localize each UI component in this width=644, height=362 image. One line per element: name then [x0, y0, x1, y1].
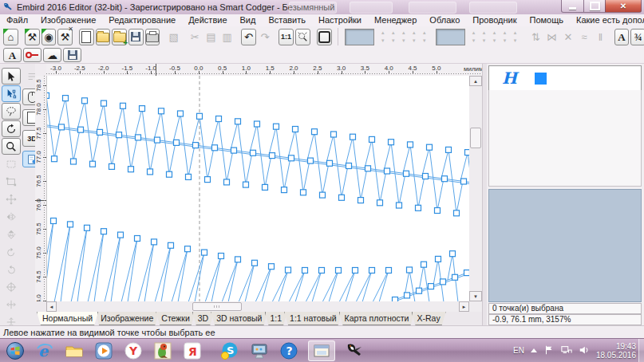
- tab-1-1[interactable]: 1:1: [265, 312, 288, 325]
- tab-image[interactable]: Изображение: [95, 312, 159, 325]
- insert-letter-button[interactable]: A: [3, 48, 22, 62]
- split-object-icon: ✕: [561, 29, 575, 45]
- lettering-a-button[interactable]: A: [614, 29, 630, 45]
- embird-window-button[interactable]: [308, 340, 335, 361]
- background-window-ghost: [350, 2, 393, 14]
- horizontal-ruler: -3.0-2.5-2.0-1.5-1.0-0.50.00.51.01.52.02…: [46, 64, 487, 77]
- density-bars-icon: ‖: [593, 29, 607, 45]
- menu-item-action[interactable]: Действие: [182, 14, 233, 26]
- ruler-tick: [151, 71, 152, 74]
- scroll-up-button[interactable]: ▲: [469, 76, 482, 86]
- media-player-taskbar-icon[interactable]: [93, 340, 114, 361]
- zoom-to-fit-button[interactable]: [295, 29, 310, 45]
- windows-explorer-taskbar-icon[interactable]: [64, 340, 85, 361]
- menu-item-settings[interactable]: Настройки: [312, 14, 368, 26]
- internet-explorer-taskbar-icon[interactable]: e: [34, 340, 55, 361]
- lasso-tool[interactable]: [2, 103, 21, 120]
- password-key-button[interactable]: [23, 48, 41, 62]
- vertical-scrollbar[interactable]: [469, 86, 482, 291]
- tab-density-map[interactable]: Карта плотности: [339, 312, 415, 325]
- yandex-taskbar-icon[interactable]: Я: [182, 340, 203, 361]
- vertical-scroll-thumb[interactable]: [470, 128, 481, 148]
- yandex-browser-taskbar-icon[interactable]: Y: [123, 340, 144, 361]
- save-icon: [131, 32, 140, 41]
- scrollbar-corner: [469, 301, 482, 312]
- menu-item-manager[interactable]: Менеджер: [368, 14, 423, 26]
- save-button[interactable]: [128, 29, 144, 45]
- ruler-label: 74.5: [35, 269, 43, 285]
- menu-item-cloud[interactable]: Облако: [423, 14, 466, 26]
- tab-normal[interactable]: Нормальный: [37, 312, 98, 325]
- menu-item-file[interactable]: Файл: [0, 14, 34, 26]
- embird-bird-taskbar-icon[interactable]: [344, 340, 365, 361]
- thread-list-area[interactable]: [488, 90, 642, 187]
- hidden-icons-button[interactable]: [531, 348, 537, 352]
- tab-3d[interactable]: 3D: [192, 312, 214, 325]
- new-file-button[interactable]: [79, 29, 94, 45]
- rotate-tool[interactable]: [2, 120, 21, 137]
- embird-manager-button[interactable]: ⌂: [3, 29, 18, 45]
- undo-button[interactable]: ↶: [241, 29, 256, 45]
- show-desktop-button[interactable]: [638, 339, 644, 362]
- language-indicator[interactable]: EN: [513, 346, 524, 355]
- thread-color-swatch[interactable]: [535, 73, 547, 85]
- parrot-app-taskbar-icon[interactable]: [152, 340, 173, 361]
- clock[interactable]: 19:43 18.05.2016: [596, 342, 636, 360]
- balloon-select-button[interactable]: ☁: [43, 48, 61, 62]
- ruler-label: 77.5: [35, 125, 43, 141]
- help-taskbar-icon[interactable]: ?: [279, 340, 299, 361]
- thread-color-swatch-1[interactable]: [345, 29, 374, 45]
- maximize-button[interactable]: [584, 0, 605, 13]
- tab-3d-matte[interactable]: 3D натовый: [211, 312, 267, 325]
- tab-stitches[interactable]: Стежки: [156, 312, 195, 325]
- ruler-tick: [175, 71, 176, 74]
- menu-item-view[interactable]: Вид: [234, 14, 263, 26]
- stitch-select-tool[interactable]: [2, 85, 21, 102]
- network-icon[interactable]: [561, 344, 572, 357]
- quick-save-icon: [68, 50, 77, 60]
- window-controls: [561, 0, 642, 13]
- menu-item-help[interactable]: Помощь: [523, 14, 571, 26]
- menu-item-explorer[interactable]: Проводник: [466, 14, 523, 26]
- editor-button[interactable]: ⚒: [25, 29, 40, 45]
- select-tool[interactable]: [2, 68, 21, 85]
- start-button[interactable]: [5, 340, 26, 361]
- minimize-button[interactable]: [561, 0, 584, 13]
- three-quarters-button[interactable]: ¾: [630, 29, 644, 45]
- thread-list-item[interactable]: H: [488, 65, 642, 91]
- studio-button[interactable]: ◉: [41, 29, 57, 45]
- open-file-button[interactable]: [96, 29, 111, 45]
- align-arrow-icon: ▾: [419, 37, 429, 45]
- menu-item-edit[interactable]: Редактирование: [102, 14, 182, 26]
- ruler-label: 75.5: [35, 221, 43, 237]
- merge-file-button[interactable]: +: [112, 29, 127, 45]
- font-engine-button[interactable]: ⚒✕: [57, 29, 73, 45]
- design-canvas[interactable]: [46, 76, 469, 301]
- align-arrow-icon: ▴: [468, 29, 479, 37]
- zoom-1-1-button[interactable]: 1:1: [279, 29, 294, 45]
- scroll-left-button[interactable]: ◄: [46, 301, 57, 312]
- hoop-button[interactable]: [317, 29, 332, 45]
- zoom-tool[interactable]: [2, 138, 21, 155]
- scroll-right-button[interactable]: ►: [459, 301, 469, 312]
- menu-item-insert[interactable]: Вставить: [262, 14, 312, 26]
- display-settings-taskbar-icon[interactable]: [249, 340, 270, 361]
- thread-color-swatch-2[interactable]: [436, 29, 465, 45]
- menu-item-addons[interactable]: Какие есть дополнения: [570, 14, 644, 26]
- align-arrow-icon: ▴: [419, 29, 429, 37]
- ruler-cursor-marker: [156, 64, 156, 76]
- print-button[interactable]: [145, 29, 160, 45]
- horizontal-scroll-thumb[interactable]: [192, 302, 242, 311]
- action-center-flag-icon[interactable]: [543, 344, 555, 357]
- tab-x-ray[interactable]: X-Ray: [412, 312, 446, 325]
- quick-save-button[interactable]: [63, 48, 81, 62]
- tab-1-1-matte[interactable]: 1:1 натовый: [284, 312, 342, 325]
- scroll-down-button[interactable]: ▼: [469, 291, 482, 301]
- menu-item-image[interactable]: Изображение: [34, 14, 102, 26]
- ruler-tick: [80, 71, 81, 74]
- close-button[interactable]: [605, 0, 642, 13]
- horizontal-scrollbar[interactable]: [57, 301, 459, 312]
- align-arrow-icon: ▾: [510, 37, 520, 45]
- skype-taskbar-icon[interactable]: S: [219, 340, 240, 361]
- volume-icon[interactable]: [579, 344, 590, 357]
